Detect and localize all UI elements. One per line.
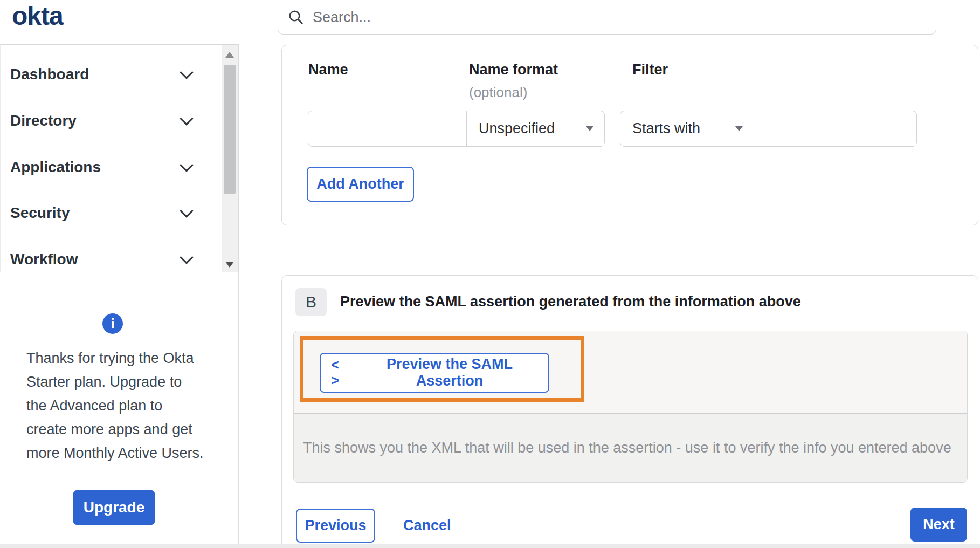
name-column-label: Name: [308, 61, 348, 78]
upgrade-message-line: more Monthly Active Users.: [26, 441, 215, 465]
scroll-down-icon[interactable]: [225, 262, 234, 268]
upgrade-message-line: Starter plan. Upgrade to: [26, 370, 215, 394]
scroll-up-icon[interactable]: [225, 52, 234, 58]
attribute-name-input[interactable]: [308, 111, 466, 146]
sidebar-item-directory[interactable]: Directory: [1, 109, 216, 133]
bottom-edge-strip: [0, 544, 980, 548]
chevron-down-icon: [180, 158, 193, 172]
next-button[interactable]: Next: [910, 508, 967, 542]
sidebar-divider: [238, 44, 239, 548]
sidebar-item-label: Directory: [10, 112, 77, 129]
chevron-down-icon: [180, 112, 193, 125]
okta-logo: okta: [12, 1, 63, 31]
previous-button[interactable]: Previous: [296, 509, 375, 543]
caret-down-icon: [735, 126, 743, 131]
sidebar-scrollbar[interactable]: [222, 45, 238, 272]
sidebar-item-workflow[interactable]: Workflow: [1, 248, 216, 271]
chevron-down-icon: [180, 65, 193, 79]
cancel-link[interactable]: Cancel: [403, 509, 451, 543]
sidebar-item-security[interactable]: Security: [1, 201, 216, 225]
upgrade-message: Thanks for trying the Okta Starter plan.…: [26, 346, 215, 465]
search-icon: [288, 9, 304, 25]
upgrade-message-line: the Advanced plan to: [26, 394, 215, 417]
filter-column-label: Filter: [632, 61, 668, 78]
search-bar[interactable]: [278, 0, 936, 35]
section-b-heading: Preview the SAML assertion generated fro…: [340, 293, 801, 310]
sidebar-item-applications[interactable]: Applications: [1, 155, 216, 179]
preview-description-area: This shows you the XML that will be used…: [294, 414, 967, 482]
name-format-column-label: Name format: [469, 61, 558, 78]
scrollbar-thumb[interactable]: [224, 65, 236, 194]
filter-group: Starts with: [620, 111, 917, 147]
sidebar-nav: Dashboard Directory Applications Securit…: [0, 44, 239, 272]
add-another-button[interactable]: Add Another: [307, 167, 414, 202]
sidebar-item-label: Security: [10, 204, 70, 222]
search-input[interactable]: [312, 9, 936, 26]
okta-admin-screen: okta Dashboard Directory Applications: [0, 0, 980, 548]
section-b-badge: B: [295, 288, 327, 316]
preview-description: This shows you the XML that will be used…: [303, 440, 951, 456]
sidebar-item-label: Dashboard: [10, 66, 89, 83]
name-group: Unspecified: [308, 111, 605, 147]
upgrade-button[interactable]: Upgrade: [73, 490, 155, 525]
sidebar-item-dashboard[interactable]: Dashboard: [1, 63, 216, 86]
attribute-statement-card: Name Name format (optional) Filter Unspe…: [281, 45, 978, 225]
sidebar-item-label: Workflow: [10, 251, 78, 268]
preview-saml-card: B Preview the SAML assertion generated f…: [281, 275, 978, 544]
upgrade-message-line: create more apps and get: [26, 417, 215, 441]
name-format-value: Unspecified: [479, 120, 555, 137]
name-format-select[interactable]: Unspecified: [466, 111, 604, 146]
caret-down-icon: [586, 126, 593, 131]
filter-operator-select[interactable]: Starts with: [620, 111, 754, 146]
filter-operator-value: Starts with: [632, 120, 700, 137]
info-icon: i: [102, 313, 123, 334]
upgrade-message-line: Thanks for trying the Okta: [26, 346, 215, 370]
highlight-annotation-box: [300, 336, 584, 402]
chevron-down-icon: [180, 250, 193, 264]
name-format-optional-label: (optional): [469, 84, 527, 101]
chevron-down-icon: [180, 204, 193, 217]
sidebar-item-label: Applications: [10, 159, 101, 176]
filter-value-input[interactable]: [754, 111, 916, 146]
